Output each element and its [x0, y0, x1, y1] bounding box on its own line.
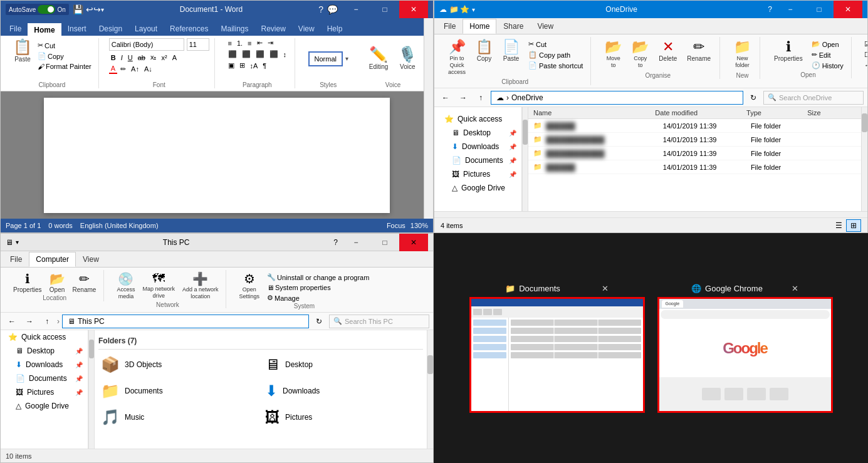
thispc-nav-scrollbar[interactable]	[88, 330, 95, 452]
word-tab-insert[interactable]: Insert	[61, 22, 93, 36]
thispc-close-btn[interactable]: ✕	[399, 234, 428, 251]
word-multilevel-btn[interactable]: ≡	[246, 39, 253, 48]
word-bullets-btn[interactable]: ≡	[226, 39, 234, 48]
thispc-folder-downloads[interactable]: ⬇ Downloads	[263, 380, 423, 402]
word-superscript-btn[interactable]: x²	[159, 53, 169, 62]
word-tab-help[interactable]: Help	[321, 22, 349, 36]
thispc-help-icon[interactable]: ?	[333, 238, 338, 247]
onedrive-nav-downloads[interactable]: ⬇ Downloads 📌	[434, 140, 521, 153]
word-tab-references[interactable]: References	[164, 22, 214, 36]
taskbar-docs-thumb[interactable]	[469, 297, 645, 413]
onedrive-minimize-btn[interactable]: −	[776, 1, 805, 18]
thispc-path[interactable]: 🖥 This PC	[62, 315, 309, 328]
onedrive-view-large-btn[interactable]: ⊞	[846, 219, 861, 232]
onedrive-restore-btn[interactable]: □	[805, 1, 834, 18]
word-highlight-btn[interactable]: ✏	[118, 65, 128, 74]
od-delete-btn[interactable]: ✕ Delete	[655, 37, 681, 64]
word-numbering-btn[interactable]: 1.	[235, 39, 244, 48]
word-underline-btn[interactable]: U	[126, 53, 135, 62]
od-paste-btn[interactable]: 📄 Paste	[499, 37, 523, 64]
word-doc-area[interactable]	[1, 91, 433, 219]
onedrive-nav-googledrive[interactable]: △ Google Drive	[434, 181, 521, 195]
onedrive-file-row-3[interactable]: 📁 ████████████ 14/01/2019 11:39 File fol…	[528, 147, 861, 160]
thispc-nav-downloads[interactable]: ⬇ Downloads 📌	[1, 358, 88, 372]
word-align-left-btn[interactable]: ⬛	[226, 49, 239, 59]
thispc-forward-btn[interactable]: →	[22, 315, 37, 328]
word-font-size-up-btn[interactable]: A↑	[129, 65, 141, 73]
onedrive-file-row-4[interactable]: 📁 ██████ 14/01/2019 11:39 File folder	[528, 160, 861, 174]
word-styles-expand[interactable]: ▾	[345, 55, 348, 62]
thispc-folder-music[interactable]: 🎵 Music	[98, 406, 259, 429]
od-properties-btn[interactable]: ℹ Properties	[770, 37, 807, 64]
pc-open-settings-btn[interactable]: ⚙ OpenSettings	[236, 270, 262, 301]
thispc-tab-view[interactable]: View	[76, 252, 106, 267]
word-tab-view[interactable]: View	[292, 22, 321, 36]
od-move-btn[interactable]: 📂 Moveto	[601, 37, 625, 71]
word-font-size-input[interactable]	[187, 38, 209, 51]
thispc-file-scrollbar[interactable]	[427, 330, 433, 452]
onedrive-tab-file[interactable]: File	[437, 19, 463, 34]
thispc-nav-pictures[interactable]: 🖼 Pictures 📌	[1, 385, 88, 399]
word-minimize-btn[interactable]: −	[342, 1, 370, 18]
undo-icon[interactable]: ↩	[86, 4, 93, 14]
redo-icon[interactable]: ↪	[93, 4, 101, 14]
od-select-all-btn[interactable]: ☑Select all	[862, 39, 868, 49]
od-pin-btn[interactable]: 📌 Pin to Quickaccess	[444, 37, 469, 77]
od-history-btn[interactable]: 🕐History	[809, 61, 846, 70]
word-scrollbar[interactable]	[424, 18, 433, 219]
word-format-painter-btn[interactable]: 🖌Format Painter	[36, 62, 93, 71]
thispc-back-btn[interactable]: ←	[4, 315, 19, 328]
word-strikethrough-btn[interactable]: ab	[136, 53, 147, 62]
pc-open-btn[interactable]: 📂 Open	[47, 270, 68, 294]
onedrive-nav-desktop[interactable]: 🖥 Desktop 📌	[434, 126, 521, 140]
word-comment-icon[interactable]: 💬	[327, 4, 338, 14]
thispc-minimize-btn[interactable]: −	[342, 234, 370, 251]
od-invert-btn[interactable]: ↔Invert selection	[862, 61, 868, 70]
onedrive-file-row-1[interactable]: 📁 ██████ 14/01/2019 11:39 File folder	[528, 119, 861, 133]
onedrive-nav-pictures[interactable]: 🖼 Pictures 📌	[434, 167, 521, 181]
onedrive-h-scrollbar[interactable]	[434, 211, 867, 217]
word-normal-style[interactable]: Normal	[308, 51, 343, 66]
od-open-btn[interactable]: 📂Open	[809, 39, 846, 49]
autosave-toggle[interactable]	[38, 5, 55, 14]
onedrive-up-btn[interactable]: ↑	[473, 91, 488, 105]
od-copy-path-btn[interactable]: 📋Copy path	[526, 50, 585, 60]
word-focus-label[interactable]: Focus	[387, 222, 405, 229]
word-copy-btn[interactable]: 📄Copy	[36, 51, 93, 61]
onedrive-nav-quickaccess[interactable]: ⭐ Quick access	[434, 112, 521, 126]
od-new-folder-btn[interactable]: 📁 Newfolder	[730, 37, 755, 71]
onedrive-tab-home[interactable]: Home	[463, 19, 496, 34]
word-justify-btn[interactable]: ⬛	[268, 49, 280, 59]
word-help-icon[interactable]: ?	[318, 4, 323, 14]
word-close-btn[interactable]: ✕	[399, 1, 428, 18]
od-edit-btn[interactable]: ✏Edit	[809, 50, 846, 60]
word-dictate-btn[interactable]: 🎙️ Voice	[395, 46, 419, 71]
word-editing-btn[interactable]: ✏️ Editing	[367, 46, 391, 71]
word-subscript-btn[interactable]: x₂	[149, 53, 159, 62]
pc-map-network-btn[interactable]: 🗺 Map networkdrive	[140, 270, 177, 301]
pc-add-network-btn[interactable]: ➕ Add a networklocation	[180, 270, 221, 301]
word-restore-btn[interactable]: □	[370, 1, 399, 18]
thispc-refresh-btn[interactable]: ↻	[311, 315, 327, 328]
pc-uninstall-btn[interactable]: 🔧Uninstall or change a program	[264, 273, 372, 282]
onedrive-nav-documents[interactable]: 📄 Documents 📌	[434, 153, 521, 167]
thispc-tab-computer[interactable]: Computer	[29, 252, 76, 267]
onedrive-search-box[interactable]: 🔍 Search OneDrive	[763, 91, 864, 105]
onedrive-refresh-btn[interactable]: ↻	[746, 91, 761, 105]
onedrive-file-row-2[interactable]: 📁 ████████████ 14/01/2019 11:39 File fol…	[528, 133, 861, 147]
word-clear-format-btn[interactable]: A	[170, 53, 179, 62]
taskbar-docs-close[interactable]: ✕	[602, 284, 609, 293]
thispc-nav-quickaccess[interactable]: ⭐ Quick access	[1, 330, 88, 344]
taskbar-chrome-close[interactable]: ✕	[792, 284, 798, 293]
onedrive-view-details-btn[interactable]: ☰	[831, 219, 846, 232]
word-font-color-btn[interactable]: A	[109, 64, 117, 74]
thispc-folder-3dobjects[interactable]: 📦 3D Objects	[98, 353, 259, 376]
pc-rename-btn[interactable]: ✏ Rename	[70, 270, 99, 294]
pc-manage-btn[interactable]: ⚙Manage	[264, 293, 302, 303]
thispc-folder-pictures[interactable]: 🖼 Pictures	[263, 406, 423, 429]
od-copy-to-btn[interactable]: 📂 Copyto	[628, 37, 652, 71]
pc-access-media-btn[interactable]: 💿 Accessmedia	[114, 270, 137, 301]
word-borders-btn[interactable]: ⊞	[238, 61, 247, 70]
word-bold-btn[interactable]: B	[109, 53, 118, 62]
word-cut-btn[interactable]: ✂Cut	[36, 41, 93, 50]
